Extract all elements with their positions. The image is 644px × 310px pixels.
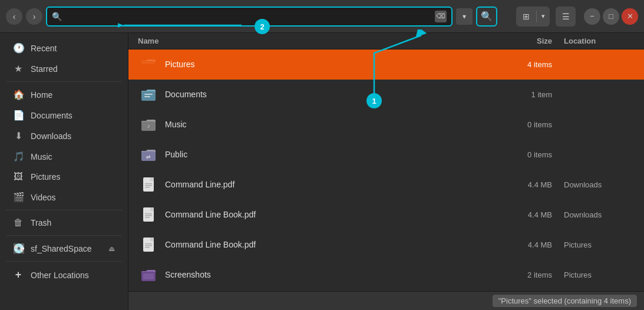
sidebar-item-trash[interactable]: 🗑 Trash	[4, 213, 124, 233]
maximize-icon: □	[609, 12, 613, 21]
maximize-button[interactable]: □	[603, 8, 619, 25]
file-name-documents: Documents	[165, 90, 505, 99]
file-size-music: 0 items	[505, 120, 564, 129]
sidebar-item-starred[interactable]: ★ Starred	[4, 58, 124, 79]
column-header: Name Size Location	[128, 33, 644, 50]
file-name-cmdline1: Command Line.pdf	[165, 180, 505, 189]
back-icon: ‹	[13, 12, 16, 21]
sidebar-item-videos[interactable]: 🎬 Videos	[4, 187, 124, 207]
downloads-icon: ⬇	[13, 130, 24, 141]
sidebar-item-downloads[interactable]: ⬇ Downloads	[4, 126, 124, 146]
pictures-icon: 🖼	[13, 172, 24, 182]
file-row-public[interactable]: ⇄ Public 0 items	[128, 140, 644, 170]
other-locations-icon: +	[13, 269, 24, 281]
sidebar-label-sf-shared: sf_SharedSpace	[31, 244, 92, 253]
search-dropdown-button[interactable]: ▾	[456, 8, 473, 25]
grid-view-button[interactable]: ⊞	[516, 6, 536, 27]
file-name-music: Music	[165, 120, 505, 129]
file-icon-screenshots	[138, 264, 159, 285]
file-icon-cmdline1	[138, 174, 159, 195]
dropdown-arrow-icon: ▾	[463, 12, 466, 21]
starred-icon: ★	[13, 63, 24, 74]
file-location-cmdline2: Downloads	[564, 210, 635, 219]
sidebar-sep-2	[6, 210, 122, 210]
sidebar-item-recent[interactable]: 🕐 Recent	[4, 38, 124, 58]
file-icon-cmdline2	[138, 204, 159, 225]
forward-button[interactable]: ›	[26, 8, 42, 25]
svg-rect-4	[142, 91, 155, 100]
search-bar: 🔍 c ⌫	[46, 6, 453, 27]
sidebar-label-music: Music	[31, 152, 52, 161]
pdf-icon-3	[140, 236, 157, 253]
svg-rect-22	[145, 213, 152, 215]
file-area: Name Size Location Pictur	[128, 33, 644, 310]
search-toggle-button[interactable]: 🔍	[476, 6, 497, 27]
file-row-pictures[interactable]: Pictures 4 items	[128, 50, 644, 80]
forward-icon: ›	[33, 12, 36, 21]
toolbar: ‹ › 🔍 c ⌫ ▾ 🔍 ⊞ ▾	[0, 0, 644, 33]
file-location-cmdline1: Downloads	[564, 180, 635, 189]
col-name-header[interactable]: Name	[138, 37, 505, 45]
file-name-pictures: Pictures	[165, 60, 505, 69]
videos-icon: 🎬	[13, 192, 24, 203]
file-row-music[interactable]: ♪ Music 0 items	[128, 110, 644, 140]
sidebar-item-home[interactable]: 🏠 Home	[4, 84, 124, 105]
documents-icon: 📄	[13, 110, 24, 121]
file-size-documents: 1 item	[505, 90, 564, 99]
clear-icon: ⌫	[436, 12, 445, 20]
clear-search-button[interactable]: ⌫	[435, 11, 447, 22]
sidebar-sep-4	[6, 261, 122, 262]
sidebar-label-other-locations: Other Locations	[31, 271, 89, 280]
sidebar-item-music[interactable]: 🎵 Music	[4, 146, 124, 167]
status-bar: "Pictures" selected (containing 4 items)	[128, 291, 644, 310]
svg-rect-15	[150, 177, 154, 181]
file-row-cmdline2[interactable]: Command Line Book.pdf 4.4 MB Downloads	[128, 200, 644, 230]
view-buttons-group: ⊞ ▾	[516, 6, 550, 27]
sidebar-item-pictures[interactable]: 🖼 Pictures	[4, 167, 124, 187]
svg-rect-2	[142, 62, 155, 64]
minimize-icon: −	[590, 12, 595, 21]
file-row-documents[interactable]: Documents 1 item	[128, 80, 644, 110]
folder-music-icon: ♪	[140, 116, 157, 133]
svg-rect-6	[144, 96, 150, 97]
sidebar-label-recent: Recent	[31, 44, 57, 53]
sidebar-item-other-locations[interactable]: + Other Locations	[4, 264, 124, 286]
file-row-cmdline3[interactable]: Command Line Book.pdf 4.4 MB Pictures	[128, 230, 644, 260]
view-dropdown-button[interactable]: ▾	[537, 6, 550, 27]
pdf-icon-2	[140, 206, 157, 223]
sidebar-label-documents: Documents	[31, 111, 72, 120]
file-size-cmdline3: 4.4 MB	[505, 240, 564, 249]
search-input[interactable]: c	[65, 12, 431, 21]
list-view-button[interactable]: ☰	[556, 6, 576, 27]
main-layout: 🕐 Recent ★ Starred 🏠 Home 📄 Documents ⬇ …	[0, 33, 644, 310]
file-location-cmdline3: Pictures	[564, 240, 635, 249]
file-row-screenshots[interactable]: Screenshots 2 items Pictures	[128, 260, 644, 290]
sidebar-label-videos: Videos	[31, 193, 56, 202]
svg-rect-27	[150, 238, 154, 241]
col-size-header[interactable]: Size	[505, 37, 564, 45]
sidebar-item-sf-shared[interactable]: 💽 sf_SharedSpace ⏏	[4, 238, 124, 259]
back-button[interactable]: ‹	[6, 8, 22, 25]
sidebar-label-pictures: Pictures	[31, 172, 61, 182]
list-view-icon: ☰	[562, 12, 570, 21]
close-button[interactable]: ✕	[622, 8, 638, 25]
sidebar-item-documents[interactable]: 📄 Documents	[4, 105, 124, 126]
svg-rect-23	[145, 215, 152, 216]
file-name-screenshots: Screenshots	[165, 270, 505, 279]
file-icon-pictures	[138, 54, 159, 75]
svg-rect-28	[145, 243, 152, 245]
file-size-screenshots: 2 items	[505, 271, 564, 279]
svg-rect-16	[145, 183, 152, 184]
folder-public-icon: ⇄	[140, 146, 157, 163]
file-size-cmdline1: 4.4 MB	[505, 180, 564, 189]
eject-icon[interactable]: ⏏	[108, 245, 115, 253]
pdf-icon-1	[140, 176, 157, 193]
search-bar-icon: 🔍	[52, 12, 62, 21]
file-icon-public: ⇄	[138, 144, 159, 165]
minimize-button[interactable]: −	[584, 8, 600, 25]
svg-rect-29	[145, 245, 152, 246]
file-size-pictures: 4 items	[505, 60, 564, 69]
file-row-cmdline1[interactable]: Command Line.pdf 4.4 MB Downloads	[128, 170, 644, 200]
col-location-header[interactable]: Location	[564, 37, 635, 45]
file-name-cmdline3: Command Line Book.pdf	[165, 240, 505, 249]
